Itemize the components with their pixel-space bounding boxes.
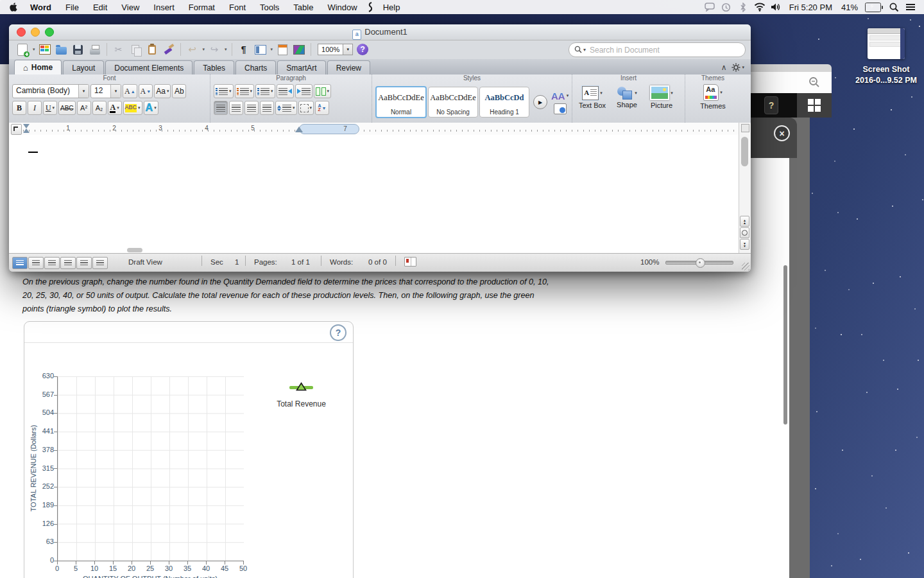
insert-picture-button[interactable]: ▾ Picture	[645, 85, 678, 109]
multilevel-list-button[interactable]: ▾	[255, 84, 275, 98]
text-effects-button[interactable]: A▾	[144, 101, 158, 115]
subscript-button[interactable]: A₂	[92, 101, 107, 115]
menu-file[interactable]: File	[58, 3, 86, 12]
words-label[interactable]: Words:	[330, 258, 353, 266]
sort-button[interactable]: AZ▼	[315, 101, 329, 115]
menu-help[interactable]: Help	[376, 3, 407, 12]
bluetooth-icon[interactable]	[737, 1, 749, 13]
right-indent-marker[interactable]	[295, 127, 303, 132]
page-scrollbar-thumb[interactable]	[783, 265, 787, 425]
style-normal[interactable]: AaBbCcDdEe Normal	[375, 86, 427, 118]
media-browser-button[interactable]	[292, 42, 306, 57]
bold-button[interactable]: B	[12, 101, 26, 115]
redo-button[interactable]: ↪	[207, 42, 221, 57]
grow-font-button[interactable]: A▲	[123, 84, 137, 98]
new-document-button[interactable]	[15, 42, 30, 57]
messages-status-icon[interactable]	[704, 1, 715, 13]
draft-view-button[interactable]	[12, 257, 28, 269]
align-center-button[interactable]	[229, 101, 243, 115]
show-marks-button[interactable]: ¶	[237, 42, 251, 57]
align-right-button[interactable]	[244, 101, 259, 115]
browse-next-button[interactable]: ▼▼	[740, 239, 749, 250]
font-name-combo[interactable]: Cambria (Body)▾	[12, 84, 89, 98]
screenshot-file-label[interactable]: Screen Shot 2016-0...9.52 PM	[841, 64, 924, 86]
columns-button[interactable]: ▾	[314, 84, 332, 98]
header-footer-button[interactable]	[275, 42, 289, 57]
menu-font[interactable]: Font	[222, 3, 253, 12]
undo-caret-icon[interactable]: ▾	[203, 47, 205, 52]
tab-smartart[interactable]: SmartArt	[277, 60, 325, 74]
tab-tables[interactable]: Tables	[194, 60, 234, 74]
insert-text-box-button[interactable]: A▾ Text Box	[576, 86, 609, 109]
increase-indent-button[interactable]	[295, 84, 312, 98]
zoom-caret-icon[interactable]: ▾	[343, 44, 353, 55]
hanging-indent-marker[interactable]	[23, 128, 30, 133]
font-size-combo[interactable]: 12▾	[90, 84, 121, 98]
menu-app-name[interactable]: Word	[23, 3, 58, 12]
outline-view-button[interactable]	[28, 257, 44, 269]
wifi-icon[interactable]	[754, 1, 766, 13]
time-machine-icon[interactable]	[721, 1, 732, 13]
zoom-value[interactable]: 100%	[318, 44, 343, 55]
scrollbar-thumb[interactable]	[741, 137, 748, 166]
focus-view-button[interactable]	[92, 257, 108, 269]
view-mode-label[interactable]: Draft View	[128, 258, 162, 266]
help-question-button[interactable]: ?	[764, 96, 778, 114]
style-heading-1[interactable]: AaBbCcDd Heading 1	[479, 87, 529, 118]
line-spacing-button[interactable]: ▾	[275, 101, 297, 115]
tab-layout[interactable]: Layout	[63, 60, 104, 74]
menubar-clock[interactable]: Fri 5:20 PM	[787, 3, 834, 12]
copy-button[interactable]	[128, 42, 142, 57]
ruler[interactable]: 1 2 3 4 5 7	[9, 123, 739, 136]
font-size-caret-icon[interactable]: ▾	[110, 85, 121, 98]
tab-charts[interactable]: Charts	[235, 60, 276, 74]
collapse-ribbon-button[interactable]: ∧	[721, 63, 727, 72]
menu-table[interactable]: Table	[286, 3, 320, 12]
tab-review[interactable]: Review	[327, 60, 370, 74]
vertical-scrollbar[interactable]: ▲▲ ▼▼	[739, 123, 751, 254]
tab-home[interactable]: ⌂Home	[14, 60, 62, 74]
browse-previous-button[interactable]: ▲▲	[740, 216, 749, 227]
volume-icon[interactable]	[771, 1, 782, 13]
justify-button[interactable]	[260, 101, 274, 115]
font-color-button[interactable]: A▾	[108, 101, 122, 115]
insert-shape-button[interactable]: ▾ Shape	[610, 87, 644, 109]
menu-view[interactable]: View	[114, 3, 146, 12]
styles-pane-button[interactable]	[554, 103, 567, 114]
font-name-caret-icon[interactable]: ▾	[78, 85, 89, 98]
zoom-control[interactable]: 100% ▾	[318, 44, 353, 55]
ribbon-settings-button[interactable]: ▾	[732, 63, 744, 72]
underline-button[interactable]: U▾	[43, 101, 57, 115]
browse-styles-button[interactable]: AA▾	[551, 91, 569, 101]
select-browse-object-button[interactable]	[740, 227, 749, 238]
themes-button[interactable]: Aa▾ Themes	[696, 84, 730, 110]
clear-formatting-button[interactable]: Ab	[172, 84, 186, 98]
apple-menu-icon[interactable]	[9, 2, 18, 12]
ruler-toggle-button[interactable]	[741, 124, 749, 132]
view-layout-button[interactable]	[253, 42, 268, 57]
menu-format[interactable]: Format	[182, 3, 222, 12]
close-overlay-button[interactable]: ×	[774, 125, 790, 141]
document-search-field[interactable]: ▾	[569, 42, 746, 57]
word-titlebar[interactable]: aDocument1	[9, 24, 751, 40]
battery-icon[interactable]	[865, 3, 883, 12]
italic-button[interactable]: I	[28, 101, 42, 115]
print-layout-view-button[interactable]	[60, 257, 76, 269]
tab-document-elements[interactable]: Document Elements	[105, 60, 193, 74]
zoom-slider[interactable]	[665, 261, 733, 265]
search-icon[interactable]	[809, 76, 820, 88]
open-button[interactable]	[55, 42, 69, 57]
style-no-spacing[interactable]: AaBbCcDdEe No Spacing	[428, 87, 478, 118]
strikethrough-button[interactable]: ABC	[58, 101, 76, 115]
menu-window[interactable]: Window	[320, 3, 364, 12]
superscript-button[interactable]: A²	[77, 101, 91, 115]
format-painter-button[interactable]	[162, 42, 176, 57]
plot-area[interactable]	[57, 376, 244, 561]
new-document-caret-icon[interactable]: ▾	[33, 47, 35, 52]
view-layout-caret-icon[interactable]: ▾	[271, 47, 273, 52]
menu-tools[interactable]: Tools	[253, 3, 286, 12]
notebook-view-button[interactable]	[76, 257, 92, 269]
save-button[interactable]	[71, 42, 85, 57]
first-line-indent-marker[interactable]	[23, 124, 30, 128]
document-canvas[interactable]	[9, 135, 739, 254]
